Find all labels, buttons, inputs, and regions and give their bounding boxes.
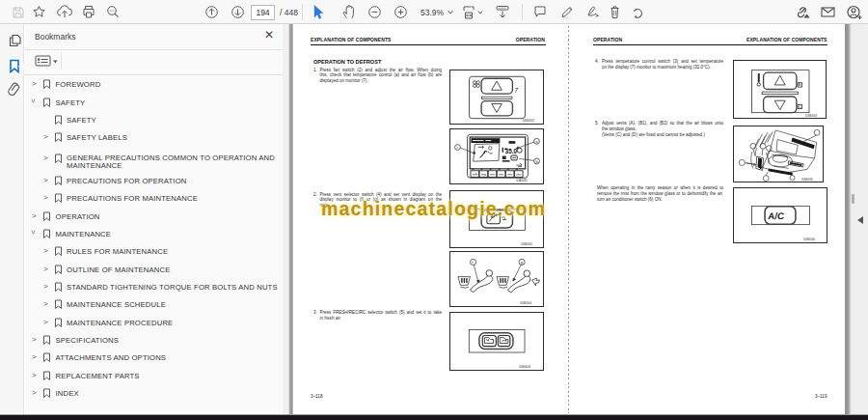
svg-text:7: 7 <box>514 87 518 94</box>
svg-text:6JM0002: 6JM0002 <box>523 119 534 123</box>
svg-text:g: g <box>520 261 522 265</box>
svg-text:A/C: A/C <box>767 210 784 221</box>
svg-text:b: b <box>535 160 537 164</box>
svg-text:6JM0004: 6JM0004 <box>520 300 531 304</box>
svg-text:6JM0005: 6JM0005 <box>521 241 532 245</box>
svg-text:f: f <box>472 261 474 265</box>
svg-text:6JM0035: 6JM0035 <box>801 177 813 181</box>
svg-text:6JM0034: 6JM0034 <box>805 113 817 117</box>
svg-text:6JA1085: 6JA1085 <box>516 179 528 182</box>
svg-text:6JM0006: 6JM0006 <box>803 238 815 241</box>
svg-text:35.0: 35.0 <box>504 148 517 154</box>
svg-text:6JM0003: 6JM0003 <box>519 364 530 368</box>
svg-text:c: c <box>456 146 458 150</box>
